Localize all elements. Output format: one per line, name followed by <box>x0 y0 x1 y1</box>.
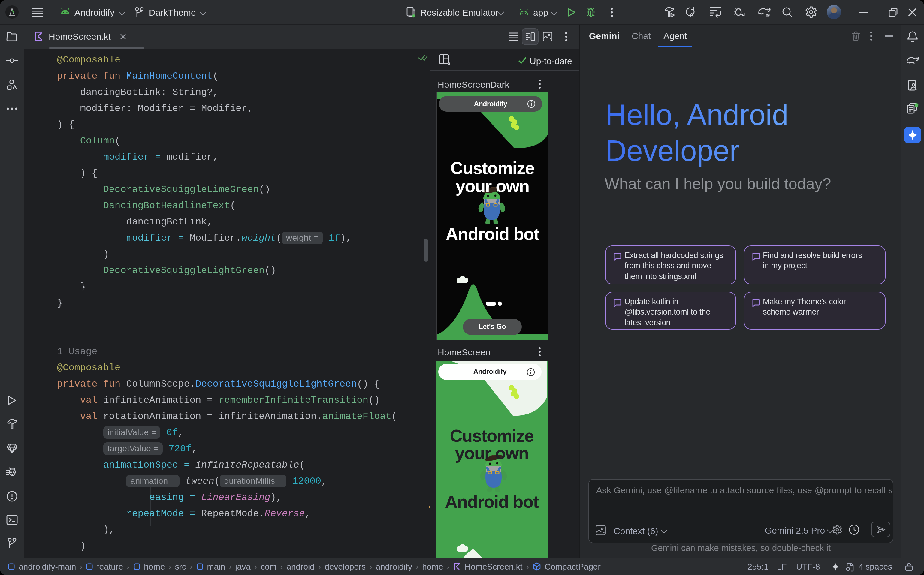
svg-text:A: A <box>689 11 694 19</box>
